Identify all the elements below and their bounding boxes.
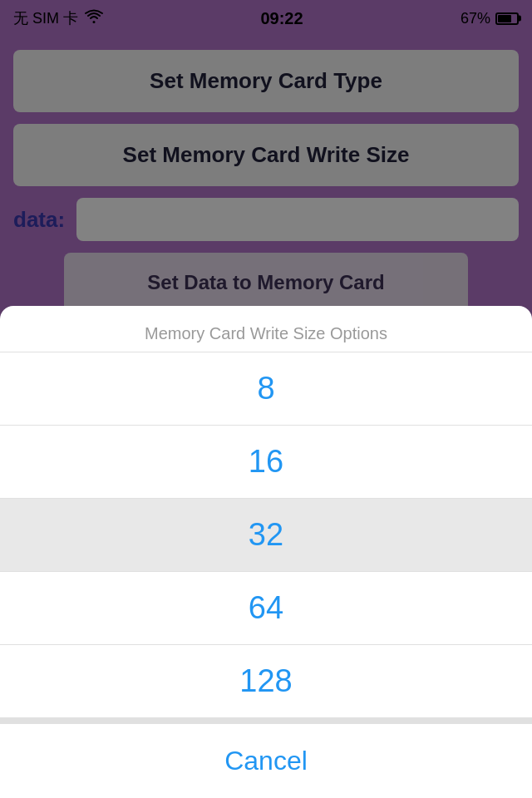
dialog-title: Memory Card Write Size Options xyxy=(0,306,532,352)
cancel-button[interactable]: Cancel xyxy=(0,724,532,798)
option-8[interactable]: 8 xyxy=(0,352,532,425)
option-128[interactable]: 128 xyxy=(0,644,532,717)
option-32[interactable]: 32 xyxy=(0,498,532,571)
option-16[interactable]: 16 xyxy=(0,425,532,498)
write-size-dialog: Memory Card Write Size Options 8 16 32 6… xyxy=(0,306,532,798)
option-64[interactable]: 64 xyxy=(0,571,532,644)
cancel-area: Cancel xyxy=(0,717,532,798)
